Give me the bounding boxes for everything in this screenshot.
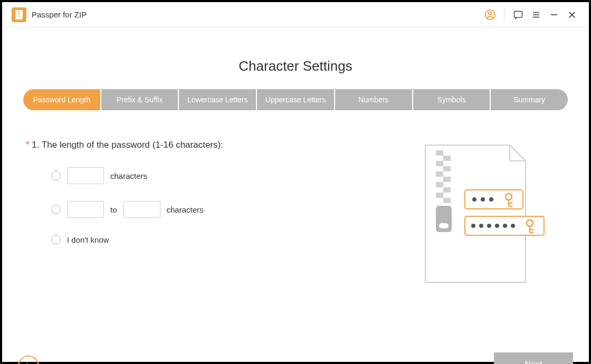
tab-prefix-suffix[interactable]: Prefix & Suffix (101, 89, 178, 110)
svg-point-35 (511, 224, 515, 228)
svg-rect-9 (436, 150, 443, 156)
svg-rect-15 (436, 182, 443, 187)
question-text: 1. The length of the password (1-16 char… (30, 140, 223, 150)
svg-rect-14 (443, 177, 451, 182)
svg-rect-10 (443, 156, 451, 161)
tab-summary[interactable]: Summary (491, 89, 568, 110)
account-icon[interactable] (483, 7, 498, 22)
svg-point-30 (471, 224, 475, 228)
tab-password-length[interactable]: Password Length (23, 89, 100, 110)
menu-icon[interactable] (529, 7, 544, 22)
radio-exact-length[interactable] (51, 171, 61, 180)
question-label: * 1. The length of the password (1-16 ch… (26, 140, 415, 150)
title-bar: Passper for ZIP (2, 2, 589, 27)
svg-point-34 (503, 224, 507, 228)
svg-rect-12 (443, 166, 451, 171)
input-exact-length[interactable] (67, 167, 104, 184)
feedback-icon[interactable] (511, 7, 526, 22)
required-asterisk: * (26, 140, 30, 150)
svg-rect-13 (436, 171, 443, 177)
radio-dont-know[interactable] (51, 235, 61, 244)
svg-point-1 (489, 12, 492, 15)
app-title: Passper for ZIP (32, 10, 87, 19)
page-heading: Character Settings (23, 58, 568, 74)
zip-illustration-icon (415, 140, 547, 290)
tab-lowercase-letters[interactable]: Lowercase Letters (179, 89, 256, 110)
svg-rect-11 (436, 161, 443, 166)
svg-rect-20 (439, 223, 449, 228)
close-icon[interactable] (565, 7, 579, 22)
svg-point-33 (495, 224, 499, 228)
svg-point-23 (481, 197, 485, 202)
input-range-from[interactable] (67, 201, 104, 218)
svg-rect-2 (514, 11, 522, 17)
svg-point-31 (479, 224, 483, 228)
minimize-icon[interactable] (547, 7, 561, 22)
app-logo-icon (12, 7, 26, 22)
option-dont-know: I don't know (51, 235, 415, 244)
svg-rect-18 (443, 198, 451, 203)
option-range-length: to characters (51, 201, 415, 218)
back-button[interactable] (18, 356, 39, 364)
title-bar-divider (504, 9, 504, 21)
svg-point-22 (472, 197, 476, 202)
tab-uppercase-letters[interactable]: Uppercase Letters (257, 89, 334, 110)
input-range-to[interactable] (123, 201, 160, 218)
tab-symbols[interactable]: Symbols (413, 89, 490, 110)
option-range-suffix: characters (167, 205, 204, 214)
svg-point-24 (489, 197, 493, 202)
option-dont-know-text: I don't know (67, 235, 109, 244)
option-exact-length: characters (51, 167, 415, 184)
next-button[interactable]: Next (494, 352, 573, 364)
svg-point-32 (487, 224, 491, 228)
radio-range-length[interactable] (51, 205, 61, 214)
tab-numbers[interactable]: Numbers (335, 89, 412, 110)
option-range-middle: to (110, 205, 117, 214)
tab-strip: Password Length Prefix & Suffix Lowercas… (23, 89, 568, 110)
svg-rect-17 (436, 193, 443, 198)
option-exact-suffix: characters (110, 171, 147, 180)
svg-rect-16 (443, 187, 451, 193)
